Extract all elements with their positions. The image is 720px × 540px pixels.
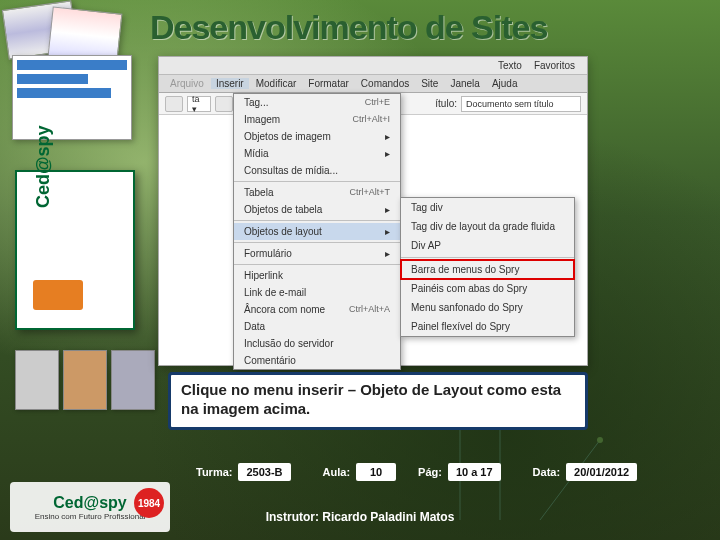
submenu-item[interactable]: Painel flexível do Spry	[401, 317, 574, 336]
submenu-item[interactable]: Tag div	[401, 198, 574, 217]
instruction-text: Clique no menu inserir – Objeto de Layou…	[168, 372, 588, 430]
instructor-label: Instrutor:	[266, 510, 319, 524]
menu-arquivo[interactable]: Arquivo	[165, 78, 209, 89]
menu-inserir[interactable]: Inserir	[211, 78, 249, 89]
menu-comandos[interactable]: Comandos	[356, 78, 414, 89]
logo-footer: Ced@spy Ensino com Futuro Profissional 1…	[10, 482, 170, 532]
tab-texto[interactable]: Texto	[492, 60, 528, 71]
menu-item[interactable]: ImagemCtrl+Alt+I	[234, 111, 400, 128]
font-select[interactable]: ta ▾	[187, 96, 211, 112]
turma-value: 2503-B	[238, 463, 290, 481]
aula-label: Aula:	[323, 466, 351, 478]
menu-item[interactable]: TabelaCtrl+Alt+T	[234, 184, 400, 201]
menu-item[interactable]: Mídia▸	[234, 145, 400, 162]
tool-button[interactable]	[165, 96, 183, 112]
menu-item[interactable]: Âncora com nomeCtrl+Alt+A	[234, 301, 400, 318]
menu-formatar[interactable]: Formatar	[303, 78, 354, 89]
menu-item[interactable]: Tag...Ctrl+E	[234, 94, 400, 111]
menu-item[interactable]: Consultas de mídia...	[234, 162, 400, 179]
book-brand: Ced@spy	[33, 125, 54, 208]
menu-bar: Arquivo Inserir Modificar Formatar Coman…	[159, 75, 587, 93]
turma-label: Turma:	[196, 466, 232, 478]
submenu-item[interactable]: Menu sanfonado do Spry	[401, 298, 574, 317]
tool-button-2[interactable]	[215, 96, 233, 112]
menu-janela[interactable]: Janela	[445, 78, 484, 89]
data-value: 20/01/2012	[566, 463, 637, 481]
page-title: Desenvolvimento de Sites	[150, 8, 547, 47]
dreamweaver-window: Texto Favoritos Arquivo Inserir Modifica…	[158, 56, 588, 366]
logo-brand: Ced@spy	[53, 494, 126, 512]
instructor-name: Ricardo Paladini Matos	[322, 510, 454, 524]
submenu-item[interactable]: Div AP	[401, 236, 574, 255]
layout-objects-submenu: Tag divTag div de layout da grade fluida…	[400, 197, 575, 337]
data-label: Data:	[533, 466, 561, 478]
book-badge	[33, 280, 83, 310]
submenu-item[interactable]: Painéis com abas do Spry	[401, 279, 574, 298]
menu-modificar[interactable]: Modificar	[251, 78, 302, 89]
menu-item[interactable]: Comentário	[234, 352, 400, 369]
menu-item[interactable]: Inclusão do servidor	[234, 335, 400, 352]
menu-item[interactable]: Objetos de layout▸	[234, 223, 400, 240]
menu-item[interactable]: Data	[234, 318, 400, 335]
pag-value: 10 a 17	[448, 463, 501, 481]
pag-label: Pág:	[418, 466, 442, 478]
insert-menu-dropdown: Tag...Ctrl+EImagemCtrl+Alt+IObjetos de i…	[233, 93, 401, 370]
submenu-item[interactable]: Tag div de layout da grade fluida	[401, 217, 574, 236]
menu-ajuda[interactable]: Ajuda	[487, 78, 523, 89]
aula-value: 10	[356, 463, 396, 481]
decorative-thumbnails-mid	[15, 350, 155, 420]
title-label: ítulo:	[435, 98, 457, 109]
window-tabs: Texto Favoritos	[159, 57, 587, 75]
instructor-line: Instrutor: Ricardo Paladini Matos	[0, 510, 720, 524]
tab-favoritos[interactable]: Favoritos	[528, 60, 581, 71]
svg-point-5	[597, 437, 603, 443]
menu-item[interactable]: Formulário▸	[234, 245, 400, 262]
menu-item[interactable]: Objetos de tabela▸	[234, 201, 400, 218]
menu-item[interactable]: Link de e-mail	[234, 284, 400, 301]
title-input[interactable]: Documento sem título	[461, 96, 581, 112]
book-cover: Ced@spy	[15, 170, 135, 330]
menu-item[interactable]: Hiperlink	[234, 267, 400, 284]
submenu-item[interactable]: Barra de menus do Spry	[401, 260, 574, 279]
menu-site[interactable]: Site	[416, 78, 443, 89]
menu-item[interactable]: Objetos de imagem▸	[234, 128, 400, 145]
